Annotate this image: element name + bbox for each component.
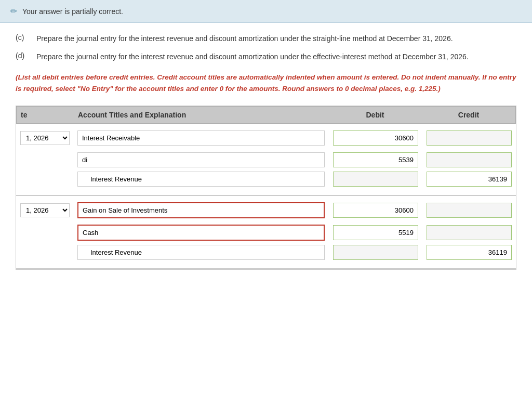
account-cell-c1[interactable] — [73, 130, 329, 146]
debit-input-c2[interactable] — [333, 152, 418, 167]
table-row — [16, 225, 516, 241]
th-date: te — [17, 111, 74, 119]
table-header: te Account Titles and Explanation Debit … — [16, 106, 516, 124]
account-cell-c3[interactable] — [73, 172, 329, 187]
journal-table: te Account Titles and Explanation Debit … — [16, 106, 516, 270]
account-cell-d1[interactable] — [73, 202, 329, 218]
date-cell-d1[interactable]: 1, 2026 — [16, 200, 73, 220]
date-cell-c1[interactable]: 1, 2026 — [16, 128, 73, 148]
credit-cell-d2[interactable] — [422, 225, 516, 240]
credit-input-d1[interactable] — [427, 203, 512, 218]
table-row — [16, 172, 516, 187]
debit-cell-c3[interactable] — [329, 172, 422, 187]
account-input-c2[interactable] — [77, 152, 325, 167]
entry-section-c: 1, 2026 — [16, 124, 516, 196]
pencil-icon: ✏ — [10, 6, 17, 16]
credit-input-c3[interactable] — [427, 172, 512, 187]
date-cell-c3 — [16, 176, 73, 182]
instruction-d-label: (d) — [16, 51, 28, 62]
instruction-d: (d) Prepare the journal entry for the in… — [16, 51, 516, 62]
account-cell-d3[interactable] — [73, 245, 329, 260]
alert-text: Your answer is partially correct. — [22, 7, 123, 16]
th-credit: Credit — [422, 111, 515, 119]
instruction-d-text: Prepare the journal entry for the intere… — [36, 51, 469, 62]
credit-input-d3[interactable] — [427, 245, 512, 260]
debit-cell-c1[interactable] — [329, 130, 422, 146]
date-cell-c2 — [16, 157, 73, 163]
account-input-c1[interactable] — [77, 130, 325, 146]
credit-input-c1[interactable] — [427, 130, 512, 146]
debit-input-c1[interactable] — [333, 130, 418, 146]
date-select-c1[interactable]: 1, 2026 — [20, 131, 70, 145]
debit-cell-d1[interactable] — [329, 203, 422, 218]
table-row — [16, 245, 516, 260]
alert-banner: ✏ Your answer is partially correct. — [0, 0, 532, 23]
account-cell-c2[interactable] — [73, 152, 329, 167]
credit-input-c2[interactable] — [427, 152, 512, 167]
account-input-d1[interactable] — [77, 202, 325, 218]
credit-input-d2[interactable] — [427, 225, 512, 240]
debit-input-c3[interactable] — [333, 172, 418, 187]
warning-text: (List all debit entries before credit en… — [16, 72, 516, 94]
instruction-c-label: (c) — [16, 33, 28, 44]
account-input-d3[interactable] — [77, 245, 325, 260]
table-row: 1, 2026 — [16, 200, 516, 220]
main-content: (c) Prepare the journal entry for the in… — [0, 23, 532, 280]
debit-cell-d3[interactable] — [329, 245, 422, 260]
credit-cell-c3[interactable] — [422, 172, 516, 187]
debit-input-d1[interactable] — [333, 203, 418, 218]
entry-section-d: 1, 2026 — [16, 196, 516, 269]
account-cell-d2[interactable] — [73, 225, 329, 241]
debit-cell-d2[interactable] — [329, 225, 422, 240]
th-account: Account Titles and Explanation — [74, 111, 328, 119]
instruction-c-text: Prepare the journal entry for the intere… — [36, 33, 453, 44]
date-select-d1[interactable]: 1, 2026 — [20, 203, 70, 217]
account-input-c3[interactable] — [77, 172, 325, 187]
credit-cell-d1[interactable] — [422, 203, 516, 218]
th-debit: Debit — [328, 111, 422, 119]
credit-cell-d3[interactable] — [422, 245, 516, 260]
debit-cell-c2[interactable] — [329, 152, 422, 167]
date-cell-d2 — [16, 230, 73, 236]
credit-cell-c1[interactable] — [422, 130, 516, 146]
table-row: 1, 2026 — [16, 128, 516, 148]
credit-cell-c2[interactable] — [422, 152, 516, 167]
instruction-c: (c) Prepare the journal entry for the in… — [16, 33, 516, 44]
debit-input-d2[interactable] — [333, 225, 418, 240]
account-input-d2[interactable] — [77, 225, 325, 241]
table-row — [16, 152, 516, 167]
date-cell-d3 — [16, 250, 73, 256]
debit-input-d3[interactable] — [333, 245, 418, 260]
